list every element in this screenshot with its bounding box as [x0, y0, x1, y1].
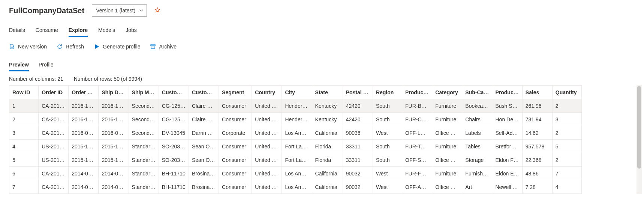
table-cell: California	[312, 167, 343, 180]
table-cell: 261.96	[522, 99, 552, 113]
tab-consume[interactable]: Consume	[36, 24, 58, 37]
table-cell: CA-2016-152156	[39, 99, 69, 113]
table-cell: 2016-11-08	[69, 99, 99, 113]
table-cell: 90032	[343, 180, 373, 194]
subtab-preview[interactable]: Preview	[9, 59, 29, 71]
column-header[interactable]: State	[312, 86, 343, 99]
table-cell: Second Class	[129, 113, 159, 126]
archive-button[interactable]: Archive	[150, 44, 177, 50]
column-header[interactable]: City	[282, 86, 312, 99]
column-header[interactable]: Postal Code	[343, 86, 373, 99]
tab-jobs[interactable]: Jobs	[126, 24, 137, 37]
table-row[interactable]: 7CA-2014-1158122014-06-092014-06-14Stand…	[9, 180, 582, 194]
columns-label: Number of columns:	[9, 76, 56, 82]
favorite-star-icon[interactable]	[154, 7, 160, 14]
table-cell: 90032	[343, 167, 373, 180]
scrollbar-vertical[interactable]	[637, 85, 642, 194]
subtab-profile[interactable]: Profile	[39, 59, 54, 71]
table-cell: 2016-11-11	[99, 99, 129, 113]
column-header[interactable]: Sales	[522, 86, 552, 99]
table-cell: 731.94	[522, 113, 552, 126]
scrollbar-thumb[interactable]	[637, 86, 641, 169]
table-cell: United States	[252, 126, 282, 140]
table-cell: 7.28	[522, 180, 552, 194]
column-header[interactable]: Region	[373, 86, 402, 99]
refresh-icon	[57, 44, 63, 50]
stats-row: Number of columns: 21 Number of rows: 50…	[9, 71, 635, 85]
column-header[interactable]: Product ID	[402, 86, 432, 99]
table-row[interactable]: 4US-2015-1089662015-10-112015-10-18Stand…	[9, 140, 582, 153]
column-header[interactable]: Ship Date	[99, 86, 129, 99]
new-version-label: New version	[18, 44, 47, 50]
table-cell: 4	[552, 180, 581, 194]
table-cell: Furniture	[432, 167, 462, 180]
table-cell: Brosina Hoffman	[189, 167, 219, 180]
table-row[interactable]: 6CA-2014-1158122014-06-092014-06-14Stand…	[9, 167, 582, 180]
table-cell: Eldon Fold 'N Roll Cart System	[492, 153, 522, 167]
tab-explore[interactable]: Explore	[69, 24, 88, 37]
table-body: 1CA-2016-1521562016-11-082016-11-11Secon…	[9, 99, 582, 194]
table-cell: 2016-11-08	[69, 113, 99, 126]
table-cell: 2015-10-18	[99, 140, 129, 153]
column-header[interactable]: Ship Mode	[129, 86, 159, 99]
table-cell: South	[373, 153, 402, 167]
table-cell: US-2015-108966	[39, 140, 69, 153]
table-cell: 33311	[343, 153, 373, 167]
table-cell: 6	[9, 167, 39, 180]
column-header[interactable]: Sub-Category	[462, 86, 492, 99]
table-row[interactable]: 2CA-2016-1521562016-11-082016-11-11Secon…	[9, 113, 582, 126]
column-header[interactable]: Country	[252, 86, 282, 99]
columns-value: 21	[57, 76, 63, 82]
column-header[interactable]: Segment	[219, 86, 252, 99]
table-cell: 4	[9, 140, 39, 153]
table-cell: West	[373, 180, 402, 194]
refresh-button[interactable]: Refresh	[57, 44, 84, 50]
table-cell: 42420	[343, 113, 373, 126]
rows-label: Number of rows:	[74, 76, 112, 82]
table-cell: Bookcases	[462, 99, 492, 113]
table-cell: Furniture	[432, 140, 462, 153]
tab-models[interactable]: Models	[98, 24, 115, 37]
column-header[interactable]: Customer ID	[159, 86, 189, 99]
column-header[interactable]: Product Name	[492, 86, 522, 99]
table-cell: United States	[252, 167, 282, 180]
table-cell: United States	[252, 140, 282, 153]
table-cell: 2016-06-16	[99, 126, 129, 140]
column-header[interactable]: Quantity	[552, 86, 581, 99]
table-cell: 33311	[343, 140, 373, 153]
table-cell: South	[373, 113, 402, 126]
table-cell: Second Class	[129, 126, 159, 140]
table-cell: Consumer	[219, 153, 252, 167]
table-cell: 2014-06-09	[69, 167, 99, 180]
new-version-button[interactable]: New version	[9, 44, 47, 50]
table-cell: OFF-AR-10002833	[402, 180, 432, 194]
column-header[interactable]: Order ID	[39, 86, 69, 99]
tab-details[interactable]: Details	[9, 24, 25, 37]
table-cell: 2	[552, 153, 581, 167]
table-cell: 2	[9, 113, 39, 126]
table-cell: 14.62	[522, 126, 552, 140]
table-cell: CA-2014-115812	[39, 167, 69, 180]
table-cell: Office Supplies	[432, 153, 462, 167]
table-row[interactable]: 3CA-2016-1386882016-06-122016-06-16Secon…	[9, 126, 582, 140]
column-header[interactable]: Customer Name	[189, 86, 219, 99]
table-cell: Consumer	[219, 180, 252, 194]
column-header[interactable]: Order Date	[69, 86, 99, 99]
generate-profile-button[interactable]: Generate profile	[94, 44, 140, 50]
table-cell: Darrin Van Huff	[189, 126, 219, 140]
table-cell: 3	[552, 113, 581, 126]
table-row[interactable]: 1CA-2016-1521562016-11-082016-11-11Secon…	[9, 99, 582, 113]
column-header[interactable]: Row ID	[9, 86, 39, 99]
column-header[interactable]: Category	[432, 86, 462, 99]
table-cell: Standard Class	[129, 180, 159, 194]
table-cell: Newell 322	[492, 180, 522, 194]
table-cell: California	[312, 180, 343, 194]
table-cell: Sean O'Donnell	[189, 153, 219, 167]
preview-tabs: Preview Profile	[9, 59, 635, 71]
table-cell: 2	[552, 99, 581, 113]
version-selector[interactable]: Version 1 (latest)	[92, 5, 147, 17]
main-tabs: Details Consume Explore Models Jobs	[9, 24, 635, 37]
table-cell: Los Angeles	[282, 126, 312, 140]
table-row[interactable]: 5US-2015-1089662015-10-112015-10-18Stand…	[9, 153, 582, 167]
table-cell: CG-12520	[159, 113, 189, 126]
